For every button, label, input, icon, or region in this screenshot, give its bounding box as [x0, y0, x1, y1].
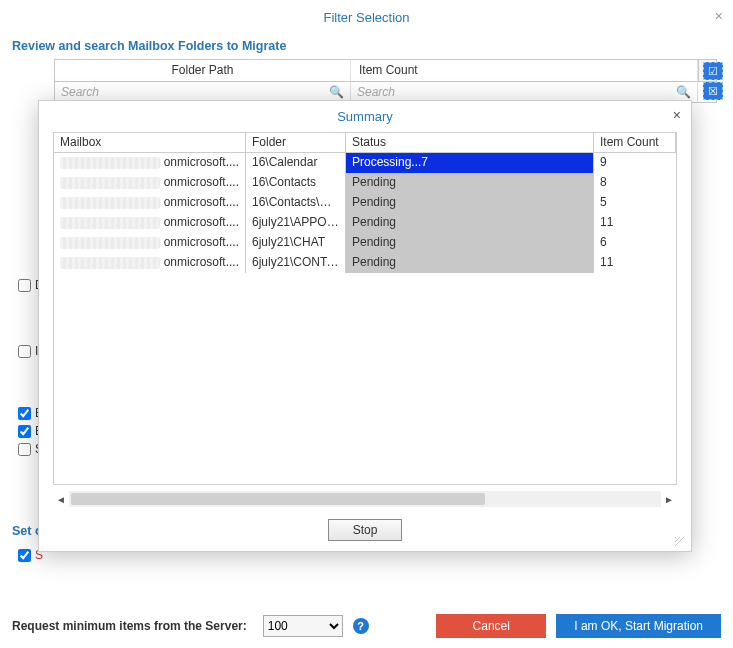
request-minimum-select[interactable]: 100 [263, 615, 343, 637]
horizontal-scrollbar[interactable]: ◄ ► [53, 491, 677, 507]
scroll-left-icon[interactable]: ◄ [53, 491, 69, 507]
check-E1[interactable] [18, 407, 31, 420]
table-row[interactable]: onmicrosoft....16\CalendarProcessing...7… [54, 153, 676, 173]
col-mailbox[interactable]: Mailbox [54, 133, 246, 152]
mailbox-suffix: onmicrosoft.... [160, 215, 239, 231]
table-row[interactable]: onmicrosoft....16\ContactsPending8 [54, 173, 676, 193]
row-status: Pending [346, 213, 594, 233]
row-status: Pending [346, 173, 594, 193]
modal-close-icon[interactable]: × [673, 107, 681, 123]
window-close-icon[interactable]: × [715, 8, 723, 24]
mailbox-redacted [60, 177, 160, 189]
resize-grip-icon[interactable] [675, 537, 685, 547]
mailbox-redacted [60, 197, 160, 209]
table-row[interactable]: onmicrosoft....6july21\CONTA...Pending11 [54, 253, 676, 273]
row-status: Pending [346, 253, 594, 273]
window-title: Filter Selection [0, 0, 733, 29]
stop-button[interactable]: Stop [328, 519, 402, 541]
modal-title: Summary × [39, 101, 691, 132]
col-folder[interactable]: Folder [246, 133, 346, 152]
scroll-thumb[interactable] [71, 493, 485, 505]
row-status: Pending [346, 193, 594, 213]
help-icon[interactable]: ? [353, 618, 369, 634]
col-item-count[interactable]: Item Count [351, 60, 698, 81]
deselect-all-button[interactable]: ☒ [703, 82, 723, 100]
row-count: 11 [594, 213, 676, 233]
check-S[interactable] [18, 443, 31, 456]
select-all-button[interactable]: ☑ [703, 62, 723, 80]
scroll-right-icon[interactable]: ► [661, 491, 677, 507]
request-minimum-label: Request minimum items from the Server: [12, 619, 247, 633]
check-S2[interactable] [18, 549, 31, 562]
search-icon[interactable]: 🔍 [676, 85, 691, 99]
start-migration-button[interactable]: I am OK, Start Migration [556, 614, 721, 638]
summary-modal: Summary × Mailbox Folder Status Item Cou… [38, 100, 692, 552]
section-title: Review and search Mailbox Folders to Mig… [0, 29, 733, 59]
col-folder-path[interactable]: Folder Path [55, 60, 351, 81]
check-D[interactable] [18, 279, 31, 292]
row-folder: 16\Contacts [246, 173, 346, 193]
check-E2[interactable] [18, 425, 31, 438]
search-folder-cell[interactable]: Search 🔍 [55, 82, 351, 102]
search-icon[interactable]: 🔍 [329, 85, 344, 99]
cancel-button[interactable]: Cancel [436, 614, 546, 638]
grid-header: Folder Path Item Count ▲ [54, 59, 717, 81]
mailbox-redacted [60, 217, 160, 229]
row-folder: 6july21\APPOI... [246, 213, 346, 233]
row-folder: 16\Calendar [246, 153, 346, 173]
mailbox-suffix: onmicrosoft.... [160, 235, 239, 251]
search-placeholder: Search [357, 85, 395, 99]
row-count: 9 [594, 153, 676, 173]
mailbox-redacted [60, 157, 160, 169]
row-folder: 16\Contacts\Ad... [246, 193, 346, 213]
table-row[interactable]: onmicrosoft....6july21\APPOI...Pending11 [54, 213, 676, 233]
col-item-count[interactable]: Item Count [594, 133, 676, 152]
row-folder: 6july21\CHAT [246, 233, 346, 253]
mailbox-redacted [60, 257, 160, 269]
check-I[interactable] [18, 345, 31, 358]
row-count: 8 [594, 173, 676, 193]
search-placeholder: Search [61, 85, 99, 99]
row-status: Pending [346, 233, 594, 253]
row-count: 5 [594, 193, 676, 213]
mailbox-suffix: onmicrosoft.... [160, 195, 239, 211]
search-count-cell[interactable]: Search 🔍 [351, 82, 698, 102]
table-row[interactable]: onmicrosoft....16\Contacts\Ad...Pending5 [54, 193, 676, 213]
col-status[interactable]: Status [346, 133, 594, 152]
mailbox-suffix: onmicrosoft.... [160, 175, 239, 191]
row-status: Processing...7 [346, 153, 594, 173]
table-row[interactable]: onmicrosoft....6july21\CHATPending6 [54, 233, 676, 253]
mailbox-redacted [60, 237, 160, 249]
row-count: 11 [594, 253, 676, 273]
row-folder: 6july21\CONTA... [246, 253, 346, 273]
summary-table: Mailbox Folder Status Item Count onmicro… [53, 132, 677, 485]
mailbox-suffix: onmicrosoft.... [160, 155, 239, 171]
row-count: 6 [594, 233, 676, 253]
mailbox-suffix: onmicrosoft.... [160, 255, 239, 271]
